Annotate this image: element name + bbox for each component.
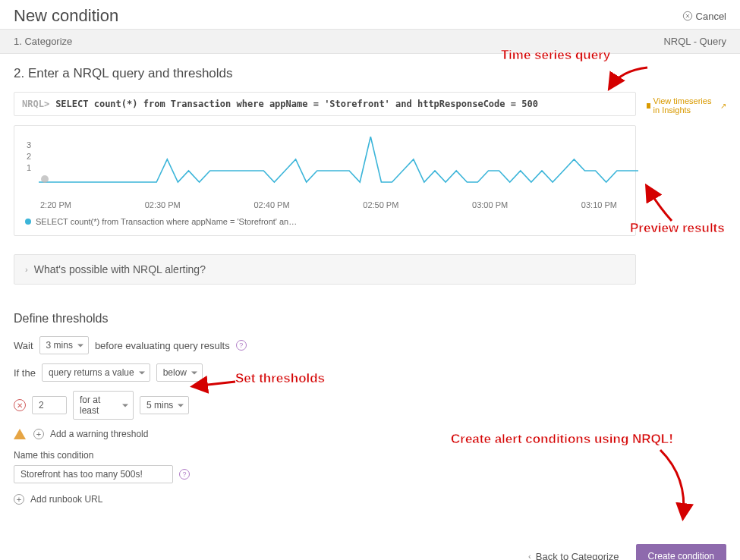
wait-after-label: before evaluating query results xyxy=(95,340,230,351)
add-warning-threshold-link[interactable]: Add a warning threshold xyxy=(50,429,148,439)
add-warning-icon[interactable]: + xyxy=(33,429,44,439)
chart-x-axis-labels: 2:20 PM 02:30 PM 02:40 PM 02:50 PM 03:00… xyxy=(40,200,617,209)
query-text: SELECT count(*) from Transaction where a… xyxy=(55,99,628,109)
chevron-right-icon: › xyxy=(25,265,28,274)
chart-legend-label: SELECT count(*) from Transaction where a… xyxy=(36,217,297,226)
chart-y-axis-labels: 3 2 1 xyxy=(27,140,31,174)
back-to-categorize-link[interactable]: ‹ Back to Categorize xyxy=(528,551,619,561)
insights-link-label: View timeseries in Insights xyxy=(653,96,717,115)
critical-value-input[interactable] xyxy=(32,396,67,414)
view-insights-link[interactable]: View timeseries in Insights ↗ xyxy=(647,92,726,115)
cancel-button[interactable]: Cancel xyxy=(682,11,726,22)
add-runbook-icon[interactable]: + xyxy=(14,494,24,505)
breadcrumb-query-type: NRQL - Query xyxy=(663,36,726,47)
expander-label: What's possible with NRQL alerting? xyxy=(34,263,206,275)
chevron-left-icon: ‹ xyxy=(528,552,531,560)
wait-duration-select[interactable]: 3 mins xyxy=(39,336,89,354)
external-link-icon: ↗ xyxy=(720,102,726,110)
nrql-help-expander[interactable]: › What's possible with NRQL alerting? xyxy=(14,254,636,285)
cancel-label: Cancel xyxy=(696,11,726,22)
condition-name-input[interactable] xyxy=(14,465,173,483)
chart-preview: 3 2 1 2:20 PM 02:30 PM 02:40 PM 02:50 PM… xyxy=(14,125,636,236)
if-label: If the xyxy=(14,367,36,379)
breadcrumb: 1. Categorize NRQL - Query xyxy=(0,29,740,54)
chart-line xyxy=(39,137,638,196)
insights-icon xyxy=(647,103,650,109)
step-title: 2. Enter a NRQL query and thresholds xyxy=(14,66,726,81)
svg-point-1 xyxy=(41,175,49,183)
name-condition-label: Name this condition xyxy=(14,450,726,461)
chart-legend: SELECT count(*) from Transaction where a… xyxy=(25,217,625,226)
help-icon[interactable]: ? xyxy=(179,469,190,480)
help-icon[interactable]: ? xyxy=(236,340,247,351)
back-label: Back to Categorize xyxy=(536,551,619,561)
wait-label: Wait xyxy=(14,340,33,351)
if-direction-select[interactable]: below xyxy=(156,363,203,382)
legend-dot-icon xyxy=(25,219,31,225)
if-condition-select[interactable]: query returns a value xyxy=(42,363,150,382)
page-title: New condition xyxy=(14,6,118,26)
warning-icon xyxy=(14,429,26,439)
critical-for-select[interactable]: for at least xyxy=(73,391,134,420)
annotation-text: Preview results xyxy=(630,221,725,236)
breadcrumb-step-1[interactable]: 1. Categorize xyxy=(14,36,72,47)
remove-critical-icon[interactable]: ✕ xyxy=(14,399,26,411)
define-thresholds-title: Define thresholds xyxy=(14,312,726,326)
critical-duration-select[interactable]: 5 mins xyxy=(140,396,189,414)
query-prefix: NRQL> xyxy=(22,99,49,109)
close-icon xyxy=(682,11,693,21)
nrql-query-input[interactable]: NRQL> SELECT count(*) from Transaction w… xyxy=(14,92,636,116)
create-condition-button[interactable]: Create condition xyxy=(636,544,726,560)
add-runbook-link[interactable]: Add runbook URL xyxy=(30,494,102,505)
